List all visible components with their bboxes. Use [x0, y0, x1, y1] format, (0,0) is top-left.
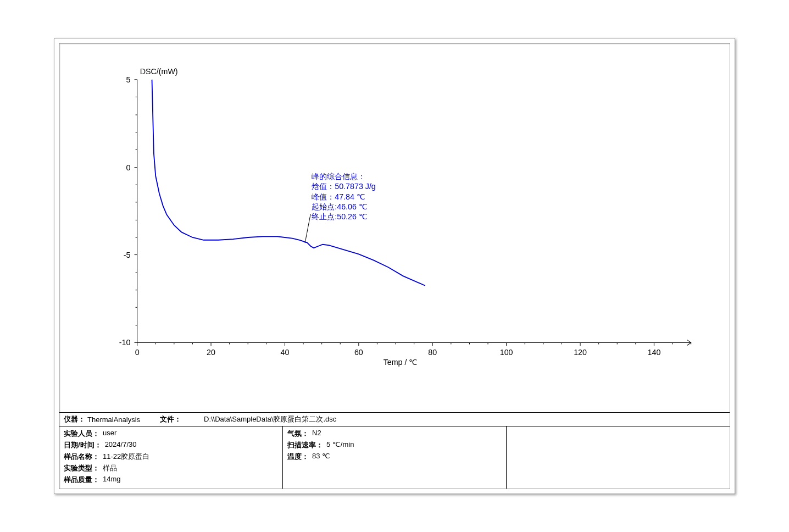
details-row: 实验人员：user 日期/时间：2024/7/30 样品名称：11-22胶原蛋白…: [59, 426, 730, 489]
temperature-value: 83 ℃: [312, 452, 330, 462]
outer-frame: -10 -5 0 5: [54, 38, 735, 494]
exp-type-value: 样品: [103, 463, 117, 473]
temperature-label: 温度：: [287, 452, 309, 462]
ytick-5: 5: [126, 75, 130, 84]
atmosphere-label: 气氛：: [287, 429, 309, 439]
dsc-curve: [152, 80, 425, 286]
svg-text:100: 100: [500, 348, 513, 357]
x-ticks: 020406080100120140: [135, 342, 691, 356]
instrument-label: 仪器：: [64, 414, 85, 424]
chart-area: -10 -5 0 5: [59, 43, 730, 412]
sample-mass-label: 样品质量：: [64, 475, 99, 485]
ytick-m5: -5: [124, 251, 131, 259]
svg-text:峰值：47.84 ℃: 峰值：47.84 ℃: [312, 192, 365, 201]
svg-text:80: 80: [428, 348, 437, 357]
header-row: 仪器： ThermalAnalysis 文件： D:\\Data\SampleD…: [59, 413, 730, 426]
y-axis-label: DSC/(mW): [140, 67, 178, 76]
sample-mass-value: 14mg: [103, 475, 121, 485]
enthalpy-label: 焓值：: [312, 182, 335, 191]
scan-rate-label: 扫描速率：: [287, 440, 323, 450]
endset-label: 终止点:: [312, 212, 337, 221]
endset-value: 50.26 ℃: [337, 212, 368, 221]
svg-text:140: 140: [648, 348, 661, 357]
axes: [137, 80, 691, 346]
svg-text:60: 60: [354, 348, 363, 357]
svg-text:峰的综合信息：: 峰的综合信息：: [312, 172, 365, 181]
details-col-2: 气氛：N2 扫描速率：5 ℃/min 温度：83 ℃: [283, 426, 507, 489]
file-label: 文件：: [160, 414, 181, 424]
exp-type-label: 实验类型：: [64, 463, 99, 473]
sample-name-label: 样品名称：: [64, 452, 99, 462]
inner-frame: -10 -5 0 5: [59, 43, 730, 489]
svg-text:终止点:50.26 ℃: 终止点:50.26 ℃: [312, 212, 368, 221]
instrument-value: ThermalAnalysis: [87, 415, 140, 424]
svg-text:0: 0: [135, 348, 140, 357]
operator-value: user: [103, 429, 116, 439]
peak-title: 峰的综合信息：: [312, 172, 365, 181]
svg-text:起始点:46.06 ℃: 起始点:46.06 ℃: [312, 202, 368, 211]
x-axis-label: Temp / ℃: [384, 358, 418, 367]
peak-label: 峰值：: [312, 192, 335, 201]
peak-value: 47.84 ℃: [335, 192, 365, 201]
dsc-chart-svg: -10 -5 0 5: [87, 49, 702, 396]
peak-callout-line: [305, 214, 310, 243]
details-col-1: 实验人员：user 日期/时间：2024/7/30 样品名称：11-22胶原蛋白…: [59, 426, 283, 489]
scan-rate-value: 5 ℃/min: [326, 440, 354, 450]
svg-text:20: 20: [207, 348, 215, 357]
details-col-3: [507, 426, 730, 489]
file-value: D:\\Data\SampleData\胶原蛋白第二次.dsc: [204, 414, 336, 424]
svg-text:40: 40: [281, 348, 290, 357]
ytick-m10: -10: [119, 339, 131, 347]
atmosphere-value: N2: [312, 429, 321, 439]
svg-text:焓值：50.7873 J/g: 焓值：50.7873 J/g: [312, 182, 375, 191]
ytick-0: 0: [126, 163, 130, 172]
sample-name-value: 11-22胶原蛋白: [103, 452, 149, 462]
onset-label: 起始点:: [312, 202, 337, 211]
info-table: 仪器： ThermalAnalysis 文件： D:\\Data\SampleD…: [59, 412, 730, 489]
onset-value: 46.06 ℃: [337, 202, 368, 211]
enthalpy-value: 50.7873 J/g: [335, 182, 375, 191]
svg-text:120: 120: [574, 348, 587, 357]
date-label: 日期/时间：: [64, 440, 102, 450]
y-ticks: -10 -5 0 5: [119, 75, 137, 347]
operator-label: 实验人员：: [64, 429, 99, 439]
date-value: 2024/7/30: [105, 440, 137, 450]
peak-annotation: 峰的综合信息： 焓值：50.7873 J/g 峰值：47.84 ℃ 起始点:46…: [312, 172, 375, 221]
